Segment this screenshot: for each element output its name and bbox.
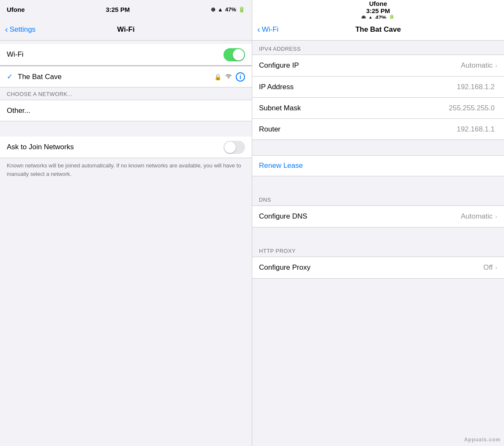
router-row: Router 192.168.1.1: [252, 118, 504, 140]
checkmark-icon: ✓: [7, 72, 13, 81]
right-nav-title: The Bat Cave: [355, 25, 401, 34]
configure-dns-label: Configure DNS: [259, 212, 461, 221]
back-label: Settings: [10, 25, 35, 34]
left-battery: 47%: [225, 6, 236, 13]
watermark: Appuals.com: [464, 437, 501, 443]
right-back-label: Wi-Fi: [262, 25, 279, 34]
http-proxy-section-header: HTTP PROXY: [252, 243, 504, 257]
right-location-icon: ⊕: [361, 14, 366, 19]
dns-table-group: Configure DNS Automatic ›: [252, 205, 504, 227]
configure-proxy-value: Off: [483, 263, 493, 272]
configure-proxy-row[interactable]: Configure Proxy Off ›: [252, 257, 504, 278]
left-carrier: Ufone: [7, 6, 25, 13]
configure-proxy-chevron: ›: [495, 264, 497, 271]
network-name: The Bat Cave: [18, 73, 214, 81]
wifi-label: Wi-Fi: [7, 50, 223, 59]
wifi-toggle-group: Wi-Fi: [0, 44, 252, 66]
choose-network-header: CHOOSE A NETWORK...: [0, 88, 252, 100]
ask-join-row: Ask to Join Networks: [0, 137, 252, 158]
configure-dns-value: Automatic: [461, 212, 493, 221]
renew-lease-label: Renew Lease: [259, 161, 303, 170]
ip-address-value: 192.168.1.2: [457, 83, 495, 91]
router-label: Router: [259, 125, 457, 134]
right-panel: ‹ Wi-Fi The Bat Cave IPV4 ADDRESS Config…: [252, 19, 504, 446]
spacer-1: [0, 121, 252, 137]
settings-back-button[interactable]: ‹ Settings: [5, 25, 35, 34]
http-proxy-table-group: Configure Proxy Off ›: [252, 257, 504, 279]
ipv4-table-group: Configure IP Automatic › IP Address 192.…: [252, 55, 504, 140]
connected-network-group: ✓ The Bat Cave 🔒: [0, 66, 252, 88]
battery-icon: 🔋: [238, 6, 245, 13]
configure-proxy-label: Configure Proxy: [259, 263, 483, 272]
right-back-chevron-icon: ‹: [257, 25, 260, 33]
toggle-thumb-2: [224, 142, 236, 153]
renew-lease-section[interactable]: Renew Lease: [252, 155, 504, 176]
left-status-icons: ⊕ ▲ 47% 🔋: [211, 6, 245, 13]
left-content: Wi-Fi ✓ The Bat Cave 🔒: [0, 41, 252, 446]
other-label: Other...: [7, 107, 30, 115]
right-battery: 47%: [375, 14, 386, 19]
configure-dns-chevron: ›: [495, 213, 497, 220]
right-spacer-2: [252, 176, 504, 192]
wifi-toggle[interactable]: [223, 48, 245, 61]
ask-join-label: Ask to Join Networks: [7, 143, 223, 151]
signal-icon: ▲: [218, 6, 223, 13]
ask-join-group: Ask to Join Networks: [0, 137, 252, 158]
wifi-toggle-row: Wi-Fi: [0, 44, 252, 65]
ask-join-description: Known networks will be joined automatica…: [0, 158, 252, 185]
right-signal-icon: ▲: [368, 14, 373, 19]
left-nav-bar: ‹ Settings Wi-Fi: [0, 19, 252, 41]
router-value: 192.168.1.1: [457, 125, 495, 134]
network-icons: 🔒 i: [214, 72, 245, 82]
other-network-row[interactable]: Other...: [0, 100, 252, 121]
left-status-bar: Ufone 3:25 PM ⊕ ▲ 47% 🔋: [0, 0, 252, 19]
right-content: IPV4 ADDRESS Configure IP Automatic › IP…: [252, 41, 504, 446]
bat-cave-network-row[interactable]: ✓ The Bat Cave 🔒: [0, 66, 252, 87]
wifi-back-button[interactable]: ‹ Wi-Fi: [257, 25, 278, 34]
configure-ip-chevron: ›: [495, 62, 497, 69]
right-time: 3:25 PM: [366, 7, 390, 14]
right-status-bar: Ufone 3:25 PM ⊕ ▲ 47% 🔋: [252, 0, 504, 19]
info-circle-button[interactable]: i: [236, 72, 245, 82]
right-carrier: Ufone: [369, 0, 387, 7]
status-bar: Ufone 3:25 PM ⊕ ▲ 47% 🔋 Ufone 3:25 PM ⊕ …: [0, 0, 504, 19]
subnet-mask-label: Subnet Mask: [259, 104, 449, 112]
back-chevron-icon: ‹: [5, 25, 8, 33]
ip-address-label: IP Address: [259, 83, 457, 91]
right-spacer-3: [252, 227, 504, 243]
left-nav-title: Wi-Fi: [117, 25, 134, 34]
left-time: 3:25 PM: [106, 6, 130, 13]
subnet-mask-row: Subnet Mask 255.255.255.0: [252, 97, 504, 118]
ask-join-toggle[interactable]: [223, 141, 245, 154]
right-status-icons: ⊕ ▲ 47% 🔋: [361, 14, 395, 19]
configure-ip-row[interactable]: Configure IP Automatic ›: [252, 55, 504, 76]
location-icon: ⊕: [211, 6, 215, 13]
wifi-signal-icon: [225, 73, 232, 81]
ip-address-row: IP Address 192.168.1.2: [252, 76, 504, 97]
configure-dns-row[interactable]: Configure DNS Automatic ›: [252, 206, 504, 227]
right-nav-bar: ‹ Wi-Fi The Bat Cave: [252, 19, 504, 41]
lock-icon: 🔒: [214, 74, 221, 80]
dns-section-header: DNS: [252, 192, 504, 205]
configure-ip-value: Automatic: [461, 61, 493, 70]
ipv4-section-header: IPV4 ADDRESS: [252, 41, 504, 55]
right-battery-icon: 🔋: [388, 14, 395, 19]
left-panel: ‹ Settings Wi-Fi Wi-Fi ✓ The Bat C: [0, 19, 252, 446]
toggle-thumb: [233, 49, 244, 60]
right-spacer-1: [252, 140, 504, 155]
configure-ip-label: Configure IP: [259, 61, 461, 70]
subnet-mask-value: 255.255.255.0: [449, 104, 495, 112]
other-network-group: Other...: [0, 100, 252, 121]
